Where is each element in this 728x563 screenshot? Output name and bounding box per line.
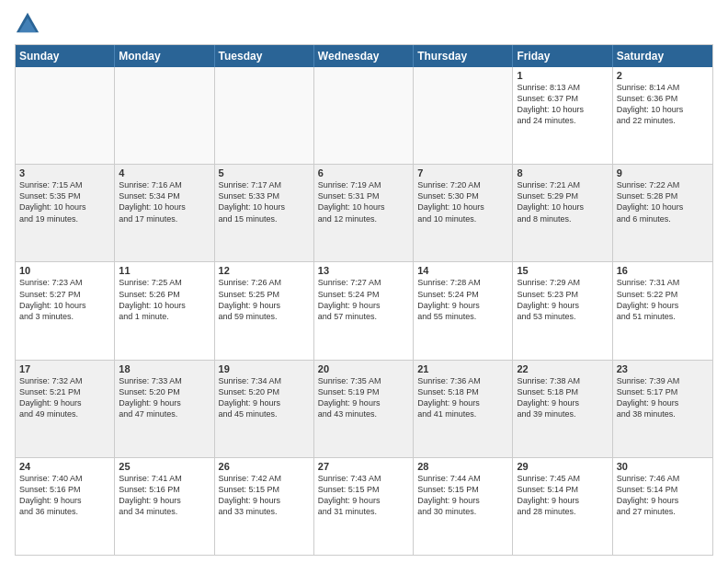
day-info: Sunrise: 7:29 AM Sunset: 5:23 PM Dayligh… — [517, 277, 608, 322]
cal-cell: 24Sunrise: 7:40 AM Sunset: 5:16 PM Dayli… — [16, 458, 115, 555]
day-number: 24 — [19, 461, 110, 472]
cal-cell: 28Sunrise: 7:44 AM Sunset: 5:15 PM Dayli… — [414, 458, 513, 555]
day-info: Sunrise: 7:44 AM Sunset: 5:15 PM Dayligh… — [417, 473, 508, 518]
day-number: 19 — [219, 363, 310, 374]
day-number: 23 — [617, 363, 709, 374]
day-info: Sunrise: 7:36 AM Sunset: 5:18 PM Dayligh… — [417, 375, 508, 420]
day-info: Sunrise: 7:31 AM Sunset: 5:22 PM Dayligh… — [617, 277, 709, 322]
cal-cell-empty — [414, 67, 513, 164]
cal-cell-empty — [215, 67, 314, 164]
cal-cell: 4Sunrise: 7:16 AM Sunset: 5:34 PM Daylig… — [115, 165, 214, 261]
cal-cell: 9Sunrise: 7:22 AM Sunset: 5:28 PM Daylig… — [613, 165, 712, 261]
cal-cell: 27Sunrise: 7:43 AM Sunset: 5:15 PM Dayli… — [314, 458, 414, 555]
day-info: Sunrise: 7:23 AM Sunset: 5:27 PM Dayligh… — [19, 277, 110, 322]
cal-cell: 17Sunrise: 7:32 AM Sunset: 5:21 PM Dayli… — [16, 361, 115, 457]
day-number: 21 — [417, 363, 508, 374]
day-info: Sunrise: 7:34 AM Sunset: 5:20 PM Dayligh… — [219, 375, 310, 420]
logo-icon — [15, 11, 40, 37]
cal-header-cell: Saturday — [613, 45, 712, 67]
cal-cell: 3Sunrise: 7:15 AM Sunset: 5:35 PM Daylig… — [16, 165, 115, 261]
cal-cell: 22Sunrise: 7:38 AM Sunset: 5:18 PM Dayli… — [513, 361, 612, 457]
day-info: Sunrise: 7:32 AM Sunset: 5:21 PM Dayligh… — [19, 375, 110, 420]
cal-cell: 10Sunrise: 7:23 AM Sunset: 5:27 PM Dayli… — [16, 262, 115, 359]
cal-cell: 20Sunrise: 7:35 AM Sunset: 5:19 PM Dayli… — [314, 361, 414, 457]
day-number: 8 — [517, 167, 608, 178]
page: SundayMondayTuesdayWednesdayThursdayFrid… — [0, 0, 728, 563]
cal-header-cell: Thursday — [414, 45, 513, 67]
day-number: 10 — [19, 265, 110, 276]
day-number: 26 — [219, 461, 310, 472]
cal-header-cell: Tuesday — [215, 45, 314, 67]
calendar-row: 3Sunrise: 7:15 AM Sunset: 5:35 PM Daylig… — [16, 164, 712, 261]
cal-cell: 16Sunrise: 7:31 AM Sunset: 5:22 PM Dayli… — [613, 262, 712, 359]
cal-cell: 14Sunrise: 7:28 AM Sunset: 5:24 PM Dayli… — [414, 262, 513, 359]
day-info: Sunrise: 7:45 AM Sunset: 5:14 PM Dayligh… — [517, 473, 608, 518]
cal-cell-empty — [16, 67, 115, 164]
day-number: 28 — [417, 461, 508, 472]
day-info: Sunrise: 7:19 AM Sunset: 5:31 PM Dayligh… — [318, 179, 409, 224]
calendar-body: 1Sunrise: 8:13 AM Sunset: 6:37 PM Daylig… — [16, 67, 712, 555]
day-info: Sunrise: 8:14 AM Sunset: 6:36 PM Dayligh… — [617, 82, 709, 127]
day-number: 16 — [617, 265, 709, 276]
cal-cell: 15Sunrise: 7:29 AM Sunset: 5:23 PM Dayli… — [513, 262, 612, 359]
cal-cell: 23Sunrise: 7:39 AM Sunset: 5:17 PM Dayli… — [613, 361, 712, 457]
day-number: 18 — [119, 363, 210, 374]
day-number: 2 — [617, 70, 709, 81]
cal-cell: 29Sunrise: 7:45 AM Sunset: 5:14 PM Dayli… — [513, 458, 612, 555]
header — [15, 11, 713, 37]
day-number: 4 — [119, 167, 210, 178]
logo — [15, 11, 42, 37]
calendar-row: 1Sunrise: 8:13 AM Sunset: 6:37 PM Daylig… — [16, 67, 712, 164]
calendar-row: 10Sunrise: 7:23 AM Sunset: 5:27 PM Dayli… — [16, 261, 712, 359]
day-number: 17 — [19, 363, 110, 374]
calendar-row: 24Sunrise: 7:40 AM Sunset: 5:16 PM Dayli… — [16, 457, 712, 555]
cal-cell: 21Sunrise: 7:36 AM Sunset: 5:18 PM Dayli… — [414, 361, 513, 457]
cal-cell: 8Sunrise: 7:21 AM Sunset: 5:29 PM Daylig… — [513, 165, 612, 261]
calendar-header: SundayMondayTuesdayWednesdayThursdayFrid… — [16, 45, 712, 67]
day-number: 11 — [119, 265, 210, 276]
day-info: Sunrise: 8:13 AM Sunset: 6:37 PM Dayligh… — [517, 82, 608, 127]
day-number: 3 — [19, 167, 110, 178]
day-info: Sunrise: 7:27 AM Sunset: 5:24 PM Dayligh… — [318, 277, 409, 322]
day-number: 1 — [517, 70, 608, 81]
day-number: 20 — [318, 363, 409, 374]
day-info: Sunrise: 7:43 AM Sunset: 5:15 PM Dayligh… — [318, 473, 409, 518]
day-number: 7 — [417, 167, 508, 178]
day-number: 9 — [617, 167, 709, 178]
day-number: 25 — [119, 461, 210, 472]
cal-cell: 5Sunrise: 7:17 AM Sunset: 5:33 PM Daylig… — [215, 165, 314, 261]
cal-header-cell: Wednesday — [314, 45, 414, 67]
day-number: 13 — [318, 265, 409, 276]
day-number: 22 — [517, 363, 608, 374]
day-info: Sunrise: 7:42 AM Sunset: 5:15 PM Dayligh… — [219, 473, 310, 518]
cal-header-cell: Friday — [513, 45, 612, 67]
cal-cell: 30Sunrise: 7:46 AM Sunset: 5:14 PM Dayli… — [613, 458, 712, 555]
day-info: Sunrise: 7:35 AM Sunset: 5:19 PM Dayligh… — [318, 375, 409, 420]
cal-cell: 12Sunrise: 7:26 AM Sunset: 5:25 PM Dayli… — [215, 262, 314, 359]
day-info: Sunrise: 7:26 AM Sunset: 5:25 PM Dayligh… — [219, 277, 310, 322]
day-info: Sunrise: 7:25 AM Sunset: 5:26 PM Dayligh… — [119, 277, 210, 322]
cal-cell: 13Sunrise: 7:27 AM Sunset: 5:24 PM Dayli… — [314, 262, 414, 359]
day-info: Sunrise: 7:17 AM Sunset: 5:33 PM Dayligh… — [219, 179, 310, 224]
day-number: 14 — [417, 265, 508, 276]
cal-cell: 25Sunrise: 7:41 AM Sunset: 5:16 PM Dayli… — [115, 458, 214, 555]
day-number: 5 — [219, 167, 310, 178]
calendar: SundayMondayTuesdayWednesdayThursdayFrid… — [15, 44, 713, 556]
day-info: Sunrise: 7:28 AM Sunset: 5:24 PM Dayligh… — [417, 277, 508, 322]
day-info: Sunrise: 7:15 AM Sunset: 5:35 PM Dayligh… — [19, 179, 110, 224]
day-info: Sunrise: 7:46 AM Sunset: 5:14 PM Dayligh… — [617, 473, 709, 518]
cal-cell-empty — [115, 67, 214, 164]
cal-header-cell: Sunday — [16, 45, 115, 67]
day-info: Sunrise: 7:39 AM Sunset: 5:17 PM Dayligh… — [617, 375, 709, 420]
day-info: Sunrise: 7:41 AM Sunset: 5:16 PM Dayligh… — [119, 473, 210, 518]
day-number: 29 — [517, 461, 608, 472]
cal-cell: 2Sunrise: 8:14 AM Sunset: 6:36 PM Daylig… — [613, 67, 712, 164]
cal-header-cell: Monday — [115, 45, 214, 67]
cal-cell: 7Sunrise: 7:20 AM Sunset: 5:30 PM Daylig… — [414, 165, 513, 261]
cal-cell: 18Sunrise: 7:33 AM Sunset: 5:20 PM Dayli… — [115, 361, 214, 457]
calendar-row: 17Sunrise: 7:32 AM Sunset: 5:21 PM Dayli… — [16, 360, 712, 457]
cal-cell: 26Sunrise: 7:42 AM Sunset: 5:15 PM Dayli… — [215, 458, 314, 555]
cal-cell: 1Sunrise: 8:13 AM Sunset: 6:37 PM Daylig… — [513, 67, 612, 164]
day-info: Sunrise: 7:16 AM Sunset: 5:34 PM Dayligh… — [119, 179, 210, 224]
day-info: Sunrise: 7:38 AM Sunset: 5:18 PM Dayligh… — [517, 375, 608, 420]
